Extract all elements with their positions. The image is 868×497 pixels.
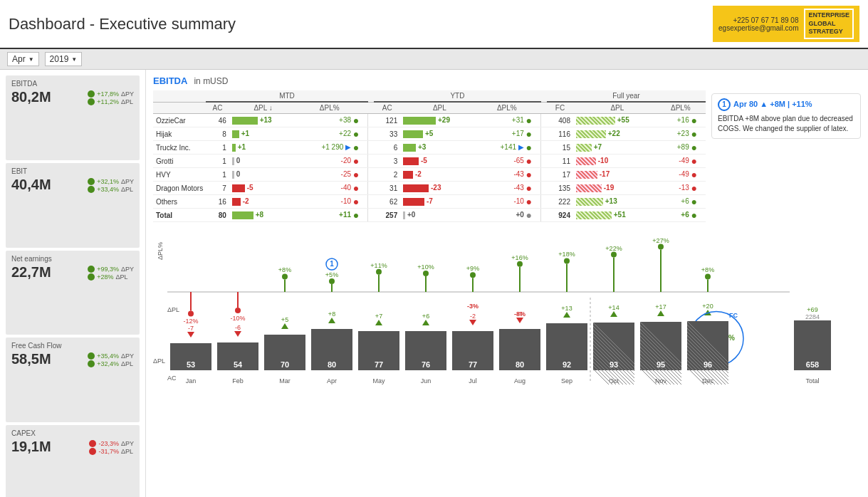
kpi-label: EBITDA [11, 80, 134, 88]
table-row: Hijak 8 +1 +22 ● 33 +5 +17 ● 116 +22 +23… [153, 127, 706, 141]
table-row: Truckz Inc. 1 +1 +1 290 ▶ ● 6 +3 +141 ▶ … [153, 141, 706, 155]
company-name: Others [153, 195, 206, 209]
chevron-down-icon: ▼ [71, 56, 77, 63]
content-area: EBITDA in mUSD MTD [146, 70, 868, 497]
pl-axis-label: ΔPL% [157, 246, 164, 260]
kpi-value: 58,5M [11, 351, 51, 367]
table-row: Others 16 -2 -10 ● 62 -7 -10 ● 222 +13 +… [153, 195, 706, 209]
kpi-metrics: +35,4% ΔPY +32,4% ΔPL [88, 352, 134, 367]
kpi-metric: +99,3% ΔPY [88, 266, 134, 273]
kpi-label: Free Cash Flow [11, 342, 134, 350]
annotation-box: 1 Apr 80 ▲ +8M | +11% EBITDA +8M above p… [711, 93, 861, 139]
company-name: OzzieCar [153, 114, 206, 127]
arrow-up-icon [88, 352, 95, 360]
data-table-area: MTD YTD Full year AC [153, 90, 706, 222]
company-name: Grotti [153, 155, 206, 168]
table-row: Grotti 1 0 -20 ● 3 -5 -65 ● 11 -10 -49 ● [153, 155, 706, 168]
kpi-metrics: +17,8% ΔPY +11,2% ΔPL [88, 90, 134, 105]
annotation-number: 1 [718, 98, 731, 111]
kpi-card-1: EBIT 40,4M +32,1% ΔPY +33,4% ΔPL [6, 163, 140, 248]
ebitda-table: MTD YTD Full year AC [153, 90, 706, 222]
kpi-metric: -23,3% ΔPY [89, 440, 134, 447]
top-header: Dashboard - Executive summary +225 07 67… [0, 0, 868, 49]
main-layout: EBITDA 80,2M +17,8% ΔPY +11,2% ΔPL [0, 70, 868, 497]
table-row: OzzieCar 46 +13 +38 ● 121 +29 +31 ● 408 … [153, 114, 706, 127]
company-name: Dragon Motors [153, 182, 206, 195]
table-row: Dragon Motors 7 -5 -40 ● 31 -23 -43 ● 13… [153, 182, 706, 195]
th-ytd-ac: AC [374, 102, 400, 114]
arrow-up-icon [88, 273, 95, 281]
kpi-metric: +32,1% ΔPY [88, 178, 134, 185]
kpi-value: 22,7M [11, 264, 51, 281]
th-company [153, 90, 206, 102]
th-mtd-dplpct: ΔPL% [297, 102, 362, 114]
th-mtd-ac: AC [206, 102, 229, 114]
company-name: Total [153, 209, 206, 222]
arrow-up-icon [88, 186, 95, 193]
kpi-value: 80,2M [11, 89, 51, 105]
annotation-area: 1 Apr 80 ▲ +8M | +11% EBITDA +8M above p… [711, 90, 861, 222]
arrow-down-icon [89, 440, 96, 447]
th-ytd: YTD [374, 90, 540, 102]
kpi-metrics: +32,1% ΔPY +33,4% ΔPL [88, 178, 134, 193]
bottom-charts: ΔPL% ΔPL [153, 228, 861, 386]
table-row: Total 80 +8 +11 ● 257 +0 +0 ● 924 +51 +6… [153, 209, 706, 222]
brand-logo: ENTERPRISE GLOBAL STRATEGY [804, 9, 854, 39]
top-content: MTD YTD Full year AC [153, 90, 861, 222]
section-title: EBITDA [153, 75, 187, 86]
th-mtd: MTD [206, 90, 368, 102]
controls-bar: Apr ▼ 2019 ▼ [0, 49, 868, 70]
brand-box: +225 07 67 71 89 08 egsexpertise@gmail.c… [713, 6, 859, 42]
kpi-label: CAPEX [11, 429, 134, 437]
sidebar: EBITDA 80,2M +17,8% ΔPY +11,2% ΔPL [0, 70, 146, 497]
section-header: EBITDA in mUSD [153, 75, 861, 86]
annotation-line3: COGS. We changed the supplier of latex. [718, 124, 854, 134]
th-ytd-dpl: ΔPL [400, 102, 479, 114]
arrow-up-icon [88, 178, 95, 185]
kpi-card-4: CAPEX 19,1M -23,3% ΔPY -31,7% ΔPL [6, 425, 140, 497]
kpi-card-0: EBITDA 80,2M +17,8% ΔPY +11,2% ΔPL [6, 75, 140, 160]
page-title: Dashboard - Executive summary [9, 15, 236, 33]
app-root: Dashboard - Executive summary +225 07 67… [0, 0, 868, 497]
th-mtd-dpl: ΔPL ↓ [229, 102, 297, 114]
kpi-label: Net earnings [11, 255, 134, 263]
arrow-up-icon [88, 90, 95, 98]
brand-phone: +225 07 67 71 89 08 [718, 16, 798, 24]
kpi-metric: +28% ΔPL [88, 273, 134, 281]
chevron-down-icon: ▼ [28, 56, 34, 63]
table-row: HVY 1 0 -25 ● 2 -2 -43 ● 17 -17 -49 ● [153, 168, 706, 182]
kpi-card-2: Net earnings 22,7M +99,3% ΔPY +28% ΔPL [6, 251, 140, 335]
month-dropdown[interactable]: Apr ▼ [7, 52, 39, 66]
company-name: HVY [153, 168, 206, 182]
arrow-down-icon [89, 448, 96, 455]
kpi-metrics: -23,3% ΔPY -31,7% ΔPL [89, 440, 134, 455]
kpi-card-3: Free Cash Flow 58,5M +35,4% ΔPY +32,4% Δ… [6, 338, 140, 422]
th-fy-dpl: ΔPL [573, 102, 662, 114]
kpi-metric: +33,4% ΔPL [88, 186, 134, 193]
kpi-metric: +32,4% ΔPL [88, 360, 134, 367]
kpi-metrics: +99,3% ΔPY +28% ΔPL [88, 266, 134, 281]
year-dropdown[interactable]: 2019 ▼ [45, 52, 83, 66]
kpi-label: EBIT [11, 167, 134, 175]
th-fy-dplpct: ΔPL% [662, 102, 700, 114]
kpi-value: 40,4M [11, 177, 51, 193]
charts-svg-area [167, 228, 861, 386]
company-name: Hijak [153, 127, 206, 141]
section-unit: in mUSD [194, 76, 228, 86]
arrow-up-icon [88, 98, 95, 105]
ac-axis-label: ΔPL [153, 357, 167, 365]
th-fy-fc: FC [547, 102, 573, 114]
kpi-metric: +11,2% ΔPL [88, 98, 134, 105]
kpi-metric: -31,7% ΔPL [89, 448, 134, 455]
kpi-metric: +35,4% ΔPY [88, 352, 134, 360]
kpi-metric: +17,8% ΔPY [88, 90, 134, 98]
arrow-up-icon [88, 360, 95, 367]
annotation-line1: Apr 80 ▲ +8M | +11% [733, 99, 812, 110]
arrow-up-icon [88, 266, 95, 273]
th-fullyear: Full year [547, 90, 706, 102]
th-ytd-dplpct: ΔPL% [479, 102, 535, 114]
company-name: Truckz Inc. [153, 141, 206, 155]
brand-email: egsexpertise@gmail.com [718, 24, 798, 32]
kpi-value: 19,1M [11, 439, 51, 455]
chart-container: ΔPL% ΔPL [153, 228, 861, 386]
